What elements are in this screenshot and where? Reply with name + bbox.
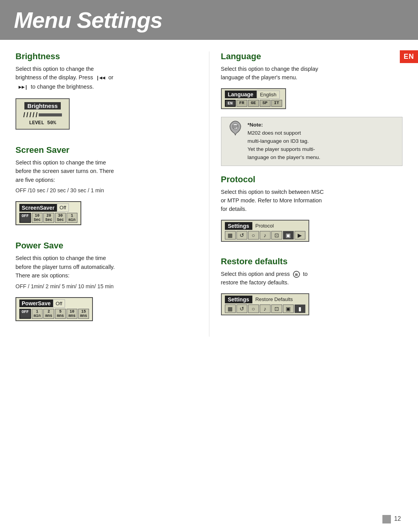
protocol-lcd-right: Protocol — [252, 222, 277, 229]
ps-btn-5[interactable]: 5mns — [55, 309, 66, 319]
note-label: *Note: — [248, 122, 263, 128]
power-save-lcd-right: Off — [53, 299, 65, 308]
screen-saver-text: Select this option to change the time be… — [15, 158, 197, 184]
brightness-tick-5: / — [36, 111, 38, 119]
brightness-heading: Brightness — [15, 51, 197, 62]
right-column: Language Select this option to change th… — [209, 51, 403, 337]
proto-icon-2[interactable]: ↺ — [236, 231, 247, 239]
power-save-heading: Power Save — [15, 241, 197, 251]
screen-saver-lcd-title: ScreenSaver — [19, 204, 57, 212]
screen-saver-lcd: ScreenSaver Off OFF 10Sec 20Sec 30Sec 1m… — [15, 201, 81, 225]
ss-btn-10[interactable]: 10Sec — [32, 213, 43, 223]
brightness-section: Brightness Select this option to change … — [15, 51, 197, 137]
brightness-text: Select this option to change the brightn… — [15, 65, 197, 91]
restore-lcd-icons: ▦ ↺ ○ ♪ ⊡ ▣ ▮ — [225, 304, 305, 313]
restore-icon-5[interactable]: ⊡ — [271, 304, 282, 313]
proto-icon-5[interactable]: ⊡ — [271, 231, 282, 239]
lang-btn-fr[interactable]: FR — [236, 100, 247, 107]
brightness-tick-4: / — [33, 111, 34, 119]
ss-btn-off[interactable]: OFF — [19, 213, 31, 223]
power-save-lcd: PowerSave Off OFF 1min 2mns 5mns 10mns 1… — [15, 297, 93, 321]
language-lcd-buttons: EN FR GE SP IT — [225, 100, 282, 107]
proto-icon-3[interactable]: ○ — [248, 231, 259, 239]
brightness-lcd-title: Brightness — [24, 102, 61, 109]
ps-btn-off[interactable]: OFF — [19, 309, 31, 319]
ss-btn-30[interactable]: 30Sec — [55, 213, 66, 223]
restore-icon-6[interactable]: ▣ — [283, 304, 294, 313]
ps-btn-2[interactable]: 2mns — [43, 309, 54, 319]
restore-defaults-text: Select this option and press m to restor… — [221, 270, 403, 287]
language-heading: Language — [221, 51, 403, 62]
power-save-lcd-title: PowerSave — [19, 299, 53, 307]
restore-icon-2[interactable]: ↺ — [236, 304, 247, 313]
brightness-tick-2: / — [26, 111, 28, 119]
restore-icon-4[interactable]: ♪ — [260, 304, 271, 313]
language-lcd-right: English — [257, 91, 280, 99]
protocol-lcd-icons: ▦ ↺ ○ ♪ ⊡ ▣ ▶ — [225, 231, 305, 239]
lang-btn-it[interactable]: IT — [271, 100, 282, 107]
restore-defaults-heading: Restore defaults — [221, 257, 403, 267]
language-section: Language Select this option to change th… — [221, 51, 403, 166]
protocol-lcd-title: Settings — [225, 222, 252, 230]
power-save-text: Select this option to change the time be… — [15, 254, 197, 280]
restore-defaults-section: Restore defaults Select this option and … — [221, 257, 403, 322]
lang-btn-ge[interactable]: GE — [248, 100, 259, 107]
page-rect-icon — [382, 515, 391, 523]
restore-icon-3[interactable]: ○ — [248, 304, 259, 313]
left-column: Brightness Select this option to change … — [15, 51, 209, 337]
proto-icon-7[interactable]: ▶ — [295, 231, 305, 239]
brightness-tick-3: / — [29, 111, 31, 119]
restore-icon-1[interactable]: ▦ — [225, 304, 236, 313]
language-lcd: Language English EN FR GE SP IT — [221, 88, 286, 109]
restore-lcd-right: Restore Defaults — [252, 296, 296, 303]
svg-point-0 — [233, 123, 238, 130]
power-save-section: Power Save Select this option to change … — [15, 241, 197, 328]
page-title: Menu Settings — [14, 7, 162, 33]
screen-saver-lcd-right: Off — [57, 204, 69, 212]
protocol-text: Select this option to switch between MSC… — [221, 188, 403, 214]
page-header: Menu Settings — [0, 0, 418, 40]
brightness-level: LEVEL 50% — [23, 120, 62, 126]
language-note: *Note: M202 does not support multi-langu… — [221, 117, 403, 166]
power-save-lcd-buttons: OFF 1min 2mns 5mns 10mns 15mns — [19, 309, 89, 319]
power-save-options: OFF / 1min/ 2 min/ 5 min/ 10 min/ 15 min — [15, 283, 197, 289]
language-badge: EN — [400, 50, 418, 63]
protocol-section: Protocol Select this option to switch be… — [221, 174, 403, 248]
brightness-bar — [39, 113, 62, 116]
protocol-lcd: Settings Protocol ▦ ↺ ○ ♪ ⊡ ▣ ▶ — [221, 220, 309, 242]
restore-icon-7[interactable]: ▮ — [295, 304, 305, 313]
screen-saver-options: OFF /10 sec / 20 sec / 30 sec / 1 min — [15, 187, 197, 193]
language-lcd-title: Language — [225, 91, 257, 98]
ps-btn-15[interactable]: 15mns — [78, 309, 89, 319]
press-m-icon: m — [293, 271, 300, 278]
lang-btn-sp[interactable]: SP — [260, 100, 271, 107]
lang-btn-en[interactable]: EN — [225, 100, 236, 107]
ss-btn-1min[interactable]: 1min — [67, 213, 77, 223]
restore-lcd-title: Settings — [225, 296, 252, 303]
protocol-heading: Protocol — [221, 174, 403, 185]
ps-btn-1[interactable]: 1min — [32, 309, 43, 319]
language-text: Select this option to change the display… — [221, 65, 403, 82]
brightness-lcd: Brightness / / / / / LEVEL 50% — [15, 98, 70, 130]
main-content: Brightness Select this option to change … — [0, 40, 418, 348]
proto-icon-1[interactable]: ▦ — [225, 231, 236, 239]
ps-btn-10[interactable]: 10mns — [67, 309, 77, 319]
proto-icon-6[interactable]: ▣ — [283, 231, 294, 239]
screen-saver-lcd-buttons: OFF 10Sec 20Sec 30Sec 1min — [19, 213, 77, 223]
page-number-area: 12 — [382, 515, 401, 523]
proto-icon-4[interactable]: ♪ — [260, 231, 271, 239]
ss-btn-20[interactable]: 20Sec — [43, 213, 54, 223]
screen-saver-heading: Screen Saver — [15, 145, 197, 155]
screen-saver-section: Screen Saver Select this option to chang… — [15, 145, 197, 232]
brightness-tick-1: / — [23, 111, 25, 119]
note-icon — [227, 120, 244, 143]
restore-defaults-lcd: Settings Restore Defaults ▦ ↺ ○ ♪ ⊡ ▣ ▮ — [221, 293, 309, 315]
page-number: 12 — [394, 515, 401, 522]
note-text-content: *Note: M202 does not support multi-langu… — [248, 121, 320, 162]
